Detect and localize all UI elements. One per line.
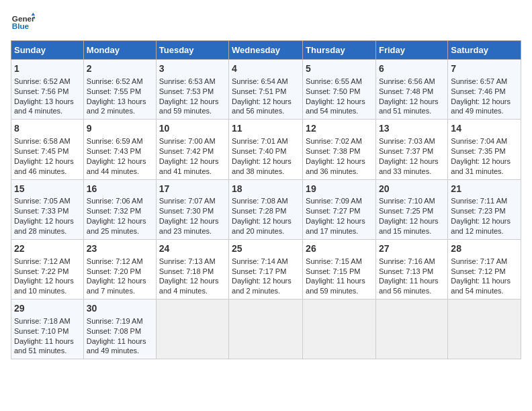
day-cell-22: 22Sunrise: 7:12 AMSunset: 7:22 PMDayligh… (11, 239, 84, 299)
daylight-text: Daylight: 12 hours and 25 minutes. (87, 217, 146, 235)
day-cell-10: 10Sunrise: 7:00 AMSunset: 7:42 PMDayligh… (156, 120, 228, 179)
sunset-text: Sunset: 7:27 PM (306, 207, 360, 215)
day-number: 10 (159, 122, 226, 135)
daylight-text: Daylight: 12 hours and 56 minutes. (232, 97, 292, 116)
sunrise-text: Sunrise: 7:04 AM (451, 137, 507, 145)
daylight-text: Daylight: 12 hours and 51 minutes. (379, 97, 439, 116)
daylight-text: Daylight: 12 hours and 2 minutes. (232, 277, 292, 295)
calendar-week-3: 15Sunrise: 7:05 AMSunset: 7:33 PMDayligh… (11, 179, 521, 239)
sunrise-text: Sunrise: 6:59 AM (87, 137, 143, 145)
daylight-text: Daylight: 11 hours and 54 minutes. (451, 277, 511, 295)
sunrise-text: Sunrise: 7:19 AM (87, 317, 143, 325)
sunset-text: Sunset: 7:17 PM (232, 267, 286, 275)
sunset-text: Sunset: 7:40 PM (232, 147, 286, 155)
daylight-text: Daylight: 13 hours and 2 minutes. (87, 97, 146, 116)
sunrise-text: Sunrise: 6:57 AM (451, 77, 507, 85)
sunset-text: Sunset: 7:37 PM (379, 147, 433, 155)
sunrise-text: Sunrise: 7:13 AM (159, 257, 216, 265)
day-number: 16 (87, 183, 153, 195)
col-saturday: Saturday (448, 41, 521, 60)
day-cell-19: 19Sunrise: 7:09 AMSunset: 7:27 PMDayligh… (303, 179, 376, 239)
day-cell-23: 23Sunrise: 7:12 AMSunset: 7:20 PMDayligh… (83, 239, 156, 299)
sunset-text: Sunset: 7:18 PM (159, 267, 214, 275)
day-cell-29: 29Sunrise: 7:18 AMSunset: 7:10 PMDayligh… (11, 300, 84, 359)
daylight-text: Daylight: 12 hours and 36 minutes. (306, 157, 365, 175)
empty-cell (448, 300, 521, 359)
day-cell-25: 25Sunrise: 7:14 AMSunset: 7:17 PMDayligh… (229, 239, 303, 299)
daylight-text: Daylight: 12 hours and 20 minutes. (232, 217, 292, 235)
sunset-text: Sunset: 7:46 PM (451, 87, 505, 95)
sunrise-text: Sunrise: 6:52 AM (14, 77, 71, 85)
calendar-table: Sunday Monday Tuesday Wednesday Thursday… (11, 40, 521, 359)
sunset-text: Sunset: 7:20 PM (87, 267, 141, 275)
day-cell-8: 8Sunrise: 6:58 AMSunset: 7:45 PMDaylight… (11, 120, 84, 179)
day-number: 26 (306, 242, 373, 255)
day-cell-9: 9Sunrise: 6:59 AMSunset: 7:43 PMDaylight… (83, 120, 156, 179)
day-number: 29 (14, 302, 81, 315)
day-number: 15 (14, 183, 81, 195)
sunrise-text: Sunrise: 6:58 AM (14, 137, 71, 145)
empty-cell (156, 300, 228, 359)
sunset-text: Sunset: 7:35 PM (451, 147, 505, 155)
sunset-text: Sunset: 7:15 PM (306, 267, 360, 275)
sunset-text: Sunset: 7:28 PM (232, 207, 286, 215)
daylight-text: Daylight: 12 hours and 15 minutes. (379, 217, 439, 235)
sunset-text: Sunset: 7:50 PM (306, 87, 360, 95)
sunset-text: Sunset: 7:13 PM (379, 267, 433, 275)
day-number: 21 (451, 183, 518, 195)
col-monday: Monday (83, 41, 156, 60)
daylight-text: Daylight: 11 hours and 51 minutes. (14, 337, 74, 355)
day-cell-12: 12Sunrise: 7:02 AMSunset: 7:38 PMDayligh… (303, 120, 376, 179)
day-number: 8 (14, 122, 81, 135)
day-cell-28: 28Sunrise: 7:17 AMSunset: 7:12 PMDayligh… (448, 239, 521, 299)
day-cell-4: 4Sunrise: 6:54 AMSunset: 7:51 PMDaylight… (229, 60, 303, 120)
sunset-text: Sunset: 7:32 PM (87, 207, 141, 215)
svg-text:Blue: Blue (12, 21, 30, 30)
sunrise-text: Sunrise: 7:12 AM (87, 257, 143, 265)
daylight-text: Daylight: 12 hours and 28 minutes. (14, 217, 74, 235)
day-cell-16: 16Sunrise: 7:06 AMSunset: 7:32 PMDayligh… (83, 179, 156, 239)
day-number: 4 (232, 62, 300, 75)
sunset-text: Sunset: 7:08 PM (87, 327, 141, 335)
header-row: Sunday Monday Tuesday Wednesday Thursday… (11, 41, 521, 60)
daylight-text: Daylight: 12 hours and 33 minutes. (379, 157, 439, 175)
sunrise-text: Sunrise: 7:01 AM (232, 137, 288, 145)
day-cell-18: 18Sunrise: 7:08 AMSunset: 7:28 PMDayligh… (229, 179, 303, 239)
sunrise-text: Sunrise: 7:00 AM (159, 137, 216, 145)
daylight-text: Daylight: 11 hours and 56 minutes. (379, 277, 439, 295)
col-wednesday: Wednesday (229, 41, 303, 60)
day-cell-30: 30Sunrise: 7:19 AMSunset: 7:08 PMDayligh… (83, 300, 156, 359)
sunset-text: Sunset: 7:53 PM (159, 87, 214, 95)
day-number: 25 (232, 242, 300, 255)
sunrise-text: Sunrise: 7:16 AM (379, 257, 435, 265)
daylight-text: Daylight: 12 hours and 10 minutes. (14, 277, 74, 295)
sunset-text: Sunset: 7:23 PM (451, 207, 505, 215)
sunset-text: Sunset: 7:30 PM (159, 207, 214, 215)
calendar-week-1: 1Sunrise: 6:52 AMSunset: 7:56 PMDaylight… (11, 60, 521, 120)
day-cell-24: 24Sunrise: 7:13 AMSunset: 7:18 PMDayligh… (156, 239, 228, 299)
day-cell-1: 1Sunrise: 6:52 AMSunset: 7:56 PMDaylight… (11, 60, 84, 120)
day-cell-11: 11Sunrise: 7:01 AMSunset: 7:40 PMDayligh… (229, 120, 303, 179)
sunset-text: Sunset: 7:42 PM (159, 147, 214, 155)
day-cell-17: 17Sunrise: 7:07 AMSunset: 7:30 PMDayligh… (156, 179, 228, 239)
sunrise-text: Sunrise: 7:15 AM (306, 257, 362, 265)
day-number: 30 (87, 302, 153, 315)
day-number: 6 (379, 62, 445, 75)
day-number: 17 (159, 183, 226, 195)
col-thursday: Thursday (303, 41, 376, 60)
day-number: 5 (306, 62, 373, 75)
day-number: 28 (451, 242, 518, 255)
daylight-text: Daylight: 11 hours and 59 minutes. (306, 277, 365, 295)
daylight-text: Daylight: 12 hours and 41 minutes. (159, 157, 219, 175)
sunrise-text: Sunrise: 7:10 AM (379, 197, 435, 205)
day-cell-20: 20Sunrise: 7:10 AMSunset: 7:25 PMDayligh… (375, 179, 447, 239)
day-cell-27: 27Sunrise: 7:16 AMSunset: 7:13 PMDayligh… (375, 239, 447, 299)
day-number: 9 (87, 122, 153, 135)
sunset-text: Sunset: 7:43 PM (87, 147, 141, 155)
calendar-week-4: 22Sunrise: 7:12 AMSunset: 7:22 PMDayligh… (11, 239, 521, 299)
day-number: 18 (232, 183, 300, 195)
day-number: 12 (306, 122, 373, 135)
day-number: 14 (451, 122, 518, 135)
daylight-text: Daylight: 13 hours and 4 minutes. (14, 97, 74, 116)
sunrise-text: Sunrise: 7:11 AM (451, 197, 507, 205)
